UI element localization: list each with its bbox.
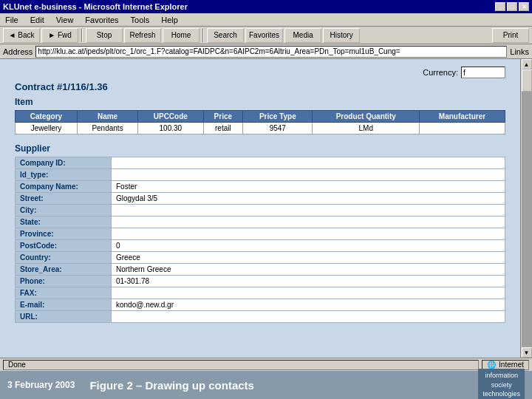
print-button[interactable]: Print: [492, 28, 529, 43]
currency-row: Currency:: [15, 66, 505, 78]
item-price-type: 9547: [243, 123, 313, 134]
scroll-thumb[interactable]: [522, 69, 532, 92]
forward-button[interactable]: ► Fwd: [41, 28, 78, 43]
label-city: City:: [16, 205, 112, 216]
supplier-row-url: URL:: [16, 311, 505, 323]
browser-window: KLUnet e-business - Microsoft Internet E…: [0, 0, 532, 399]
label-country: Country:: [16, 252, 112, 264]
window-title: KLUnet e-business - Microsoft Internet E…: [3, 2, 188, 11]
supplier-row-phone: Phone: 01-301.78: [16, 276, 505, 287]
menu-view[interactable]: View: [54, 15, 76, 25]
bottom-section: 3 February 2003 Figure 2 – Drawing up co…: [0, 371, 532, 399]
label-fax: FAX:: [16, 287, 112, 299]
history-button[interactable]: History: [323, 28, 360, 43]
label-postcode: PostCode:: [16, 240, 112, 252]
value-url: [112, 311, 505, 323]
address-input[interactable]: [35, 46, 507, 58]
supplier-row-street: Street: Glogydal 3/5: [16, 193, 505, 205]
supplier-row-country: Country: Greece: [16, 252, 505, 264]
label-company-name: Company Name:: [16, 181, 112, 193]
address-label: Address: [3, 47, 33, 56]
menu-bar: File Edit View Favorites Tools Help: [0, 13, 532, 27]
scroll-up-button[interactable]: ▲: [522, 59, 532, 69]
bottom-date: 3 February 2003: [7, 380, 75, 390]
value-company-name: Foster: [112, 181, 505, 193]
info-line3: technologies: [482, 389, 520, 399]
supplier-row-company-id: Company ID:: [16, 157, 505, 169]
menu-edit[interactable]: Edit: [28, 15, 47, 25]
status-bar: Done 🌐 Internet: [0, 358, 532, 371]
favorites-button[interactable]: Favorites: [245, 28, 283, 43]
col-product-quantity: Product Quantity: [313, 111, 419, 123]
page-content: Currency: Contract #1/116/1.36 Item Cate…: [0, 59, 520, 358]
menu-favorites[interactable]: Favorites: [83, 15, 120, 25]
item-name: Pendants: [77, 123, 137, 134]
col-price-type: Price Type: [243, 111, 313, 123]
value-postcode: 0: [112, 240, 505, 252]
minimize-button[interactable]: _: [495, 2, 505, 11]
supplier-row-province: Province:: [16, 228, 505, 240]
content-area: Currency: Contract #1/116/1.36 Item Cate…: [0, 59, 532, 358]
maximize-button[interactable]: □: [507, 2, 517, 11]
internet-icon: 🌐: [487, 361, 496, 369]
supplier-row-state: State:: [16, 216, 505, 228]
value-phone: 01-301.78: [112, 276, 505, 287]
value-email: kondo@.new.d.gr: [112, 299, 505, 311]
item-quantity: LMd: [313, 123, 419, 134]
info-box: information society technologies: [478, 369, 525, 399]
search-button[interactable]: Search: [207, 28, 244, 43]
supplier-table: Company ID: Id_type: Company Name: Foste…: [15, 157, 505, 323]
value-state: [112, 216, 505, 228]
label-province: Province:: [16, 228, 112, 240]
menu-tools[interactable]: Tools: [129, 15, 152, 25]
links-label: Links: [510, 47, 529, 56]
col-manufacturer: Manufacturer: [419, 111, 505, 123]
item-row-1: Jewellery Pendants 100.30 retail 9547 LM…: [16, 123, 505, 134]
supplier-row-city: City:: [16, 205, 505, 216]
menu-file[interactable]: File: [3, 15, 21, 25]
scroll-down-button[interactable]: ▼: [522, 347, 532, 358]
item-upc: 100.30: [138, 123, 203, 134]
col-price: Price: [203, 111, 243, 123]
refresh-button[interactable]: Refresh: [124, 28, 161, 43]
media-button[interactable]: Media: [284, 28, 321, 43]
label-street: Street:: [16, 193, 112, 205]
item-manufacturer: [419, 123, 505, 134]
supplier-row-company-name: Company Name: Foster: [16, 181, 505, 193]
supplier-row-store-area: Store_Area: Northern Greece: [16, 264, 505, 276]
value-fax: [112, 287, 505, 299]
supplier-row-fax: FAX:: [16, 287, 505, 299]
item-price: retail: [203, 123, 243, 134]
toolbar-separator-2: [202, 29, 204, 42]
address-bar: Address Links: [0, 44, 532, 59]
col-name: Name: [77, 111, 137, 123]
label-email: E-mail:: [16, 299, 112, 311]
bottom-caption: Figure 2 – Drawing up contacts: [89, 379, 254, 392]
contract-title: Contract #1/116/1.36: [15, 81, 505, 92]
back-button[interactable]: ◄ Back: [3, 28, 40, 43]
label-company-id: Company ID:: [16, 157, 112, 169]
title-bar: KLUnet e-business - Microsoft Internet E…: [0, 0, 532, 13]
menu-help[interactable]: Help: [159, 15, 180, 25]
value-city: [112, 205, 505, 216]
value-province: [112, 228, 505, 240]
supplier-row-id-type: Id_type:: [16, 169, 505, 181]
info-line1: information: [482, 371, 520, 381]
toolbar: ◄ Back ► Fwd Stop Refresh Home Search Fa…: [0, 27, 532, 44]
value-country: Greece: [112, 252, 505, 264]
item-section-label: Item: [15, 97, 505, 107]
scrollbar-right[interactable]: ▲ ▼: [520, 59, 532, 358]
col-category: Category: [16, 111, 78, 123]
supplier-row-postcode: PostCode: 0: [16, 240, 505, 252]
supplier-section-label: Supplier: [15, 143, 505, 154]
item-category: Jewellery: [16, 123, 78, 134]
home-button[interactable]: Home: [163, 28, 200, 43]
info-line2: society: [482, 381, 520, 390]
stop-button[interactable]: Stop: [86, 28, 123, 43]
label-url: URL:: [16, 311, 112, 323]
supplier-row-email: E-mail: kondo@.new.d.gr: [16, 299, 505, 311]
scroll-track: [522, 69, 532, 347]
currency-input[interactable]: [461, 66, 505, 78]
label-state: State:: [16, 216, 112, 228]
close-button[interactable]: ✕: [519, 2, 529, 11]
